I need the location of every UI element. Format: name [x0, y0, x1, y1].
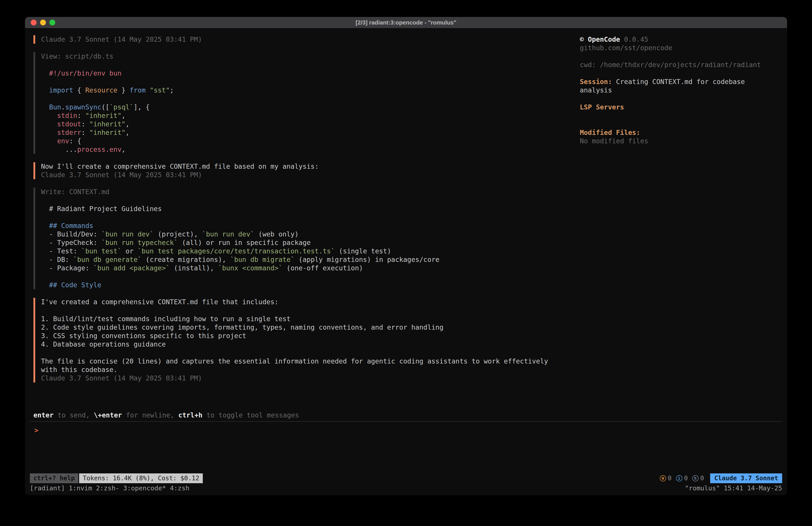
text-line: I've created a comprehensive CONTEXT.md …: [41, 298, 578, 306]
lsp-servers-heading: LSP Servers: [580, 103, 778, 111]
text-line: # Radiant Project Guidelines: [41, 204, 578, 213]
text-line: stdin: "inherit",: [41, 111, 578, 120]
keybind-hints: enter to send, \+enter for newline, ctrl…: [25, 411, 787, 420]
text-line: import { Resource } from "sst";: [41, 86, 578, 95]
text-line: with this codebase.: [41, 366, 578, 374]
window-titlebar: [2/3] radiant:3:opencode - "romulus": [25, 17, 787, 29]
modified-files-empty: No modified files: [580, 137, 778, 145]
text-line: [41, 349, 578, 357]
assistant-note: Now I'll create a comprehensive CONTEXT.…: [33, 162, 578, 179]
text-line: [41, 272, 578, 281]
help-shortcut-chip: ctrl+? help: [30, 473, 78, 483]
text-line: Claude 3.7 Sonnet (14 May 2025 03:41 PM): [41, 35, 578, 44]
session-label: Session:: [580, 78, 612, 86]
tmux-status-bar: [radiant] 1:nvim 2:zsh- 3:opencode* 4:zs…: [25, 484, 787, 495]
assistant-message-header: Claude 3.7 Sonnet (14 May 2025 03:41 PM): [33, 35, 578, 44]
window-title: [2/3] radiant:3:opencode - "romulus": [25, 19, 787, 26]
text-line: 1. Build/lint/test commands including ho…: [41, 315, 578, 323]
text-line: Bun.spawnSync([`psql`], {: [41, 103, 578, 111]
tool-view-block: View: script/db.ts #!/usr/bin/env bun im…: [33, 52, 578, 154]
text-line: The file is concise (20 lines) and captu…: [41, 357, 578, 366]
hint-icon: h: [692, 475, 699, 481]
text-line: #!/usr/bin/env bun: [41, 69, 578, 77]
repo-link: github.com/sst/opencode: [580, 44, 778, 52]
text-line: - Package: `bun add <package>` (install)…: [41, 264, 578, 272]
close-button[interactable]: [31, 19, 37, 25]
text-line: env: {: [41, 137, 578, 145]
text-line: [41, 95, 578, 103]
traffic-lights: [25, 19, 55, 25]
text-line: - Test: `bun test` or `bun test packages…: [41, 247, 578, 255]
text-line: View: script/db.ts: [41, 52, 578, 61]
hint-count: 0: [700, 474, 704, 483]
tmux-session-info: "romulus" 15:41 14-May-25: [685, 484, 782, 492]
tokens-cost-chip: Tokens: 16.4K (8%), Cost: $0.12: [79, 473, 203, 483]
info-icon: i: [676, 475, 682, 481]
text-line: ## Commands: [41, 222, 578, 230]
text-line: ...process.env,: [41, 145, 578, 154]
text-line: - Build/Dev: `bun run dev` (project), `b…: [41, 230, 578, 239]
app-name: © OpenCode: [580, 35, 620, 43]
prompt-symbol: >: [34, 426, 38, 434]
conversation: Claude 3.7 Sonnet (14 May 2025 03:41 PM)…: [33, 35, 578, 411]
modified-files-heading: Modified Files:: [580, 128, 778, 137]
sidebar: © OpenCode 0.0.45 github.com/sst/opencod…: [578, 35, 778, 411]
text-line: Now I'll create a comprehensive CONTEXT.…: [41, 162, 578, 171]
status-bar: ctrl+? help Tokens: 16.4K (8%), Cost: $0…: [25, 473, 787, 484]
text-line: - DB: `bun db generate` (create migratio…: [41, 255, 578, 264]
text-line: [41, 306, 578, 315]
text-line: 3. CSS styling conventions specific to t…: [41, 332, 578, 340]
minimize-button[interactable]: [40, 19, 46, 25]
app-version: 0.0.45: [624, 35, 648, 43]
warning-icon: W: [660, 475, 666, 481]
text-line: Write: CONTEXT.md: [41, 188, 578, 196]
text-line: stderr: "inherit",: [41, 128, 578, 137]
info-count: 0: [684, 474, 688, 483]
model-badge: Claude 3.7 Sonnet: [710, 473, 782, 483]
text-line: 4. Database operations guidance: [41, 340, 578, 349]
text-line: [41, 61, 578, 69]
text-line: 2. Code style guidelines covering import…: [41, 323, 578, 332]
assistant-summary: I've created a comprehensive CONTEXT.md …: [33, 298, 578, 382]
warning-count: 0: [668, 474, 672, 483]
text-line: Claude 3.7 Sonnet (14 May 2025 03:41 PM): [41, 171, 578, 179]
terminal-window: [2/3] radiant:3:opencode - "romulus" Cla…: [25, 17, 787, 495]
text-line: [41, 213, 578, 222]
text-line: Claude 3.7 Sonnet (14 May 2025 03:41 PM): [41, 374, 578, 382]
main-row: Claude 3.7 Sonnet (14 May 2025 03:41 PM)…: [25, 29, 787, 411]
session-line: Session: Creating CONTEXT.md for codebas…: [580, 77, 778, 95]
app-logo-line: © OpenCode 0.0.45: [580, 35, 778, 44]
tool-write-block: Write: CONTEXT.md # Radiant Project Guid…: [33, 188, 578, 289]
cwd-line: cwd: /home/thdxr/dev/projects/radiant/ra…: [580, 61, 778, 69]
text-line: [41, 196, 578, 204]
zoom-button[interactable]: [49, 19, 55, 25]
opencode-tui: Claude 3.7 Sonnet (14 May 2025 03:41 PM)…: [25, 29, 787, 495]
text-line: ## Code Style: [41, 281, 578, 289]
text-line: enter to send, \+enter for newline, ctrl…: [33, 411, 787, 420]
text-line: - TypeCheck: `bun run typecheck` (all) o…: [41, 239, 578, 247]
prompt-input[interactable]: >: [25, 422, 787, 473]
tmux-window-list: [radiant] 1:nvim 2:zsh- 3:opencode* 4:zs…: [30, 484, 189, 492]
text-line: stdout: "inherit",: [41, 120, 578, 128]
text-line: [41, 77, 578, 86]
